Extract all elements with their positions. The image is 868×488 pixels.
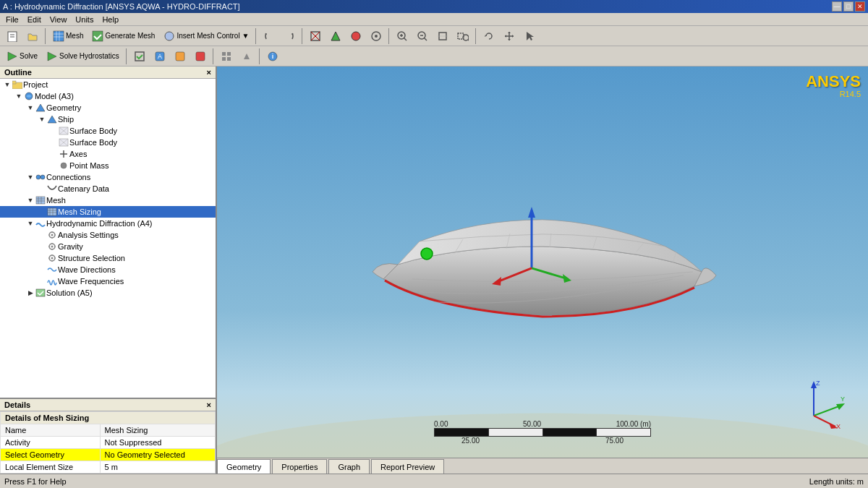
tree-model[interactable]: ▼ Model (A3) [0,90,216,102]
tb-icon-2[interactable] [280,28,299,44]
tree-connections[interactable]: ▼ Connections [0,171,216,183]
tab-properties[interactable]: Properties [272,459,327,474]
svg-point-78 [421,247,433,259]
tb2-icon-4[interactable]: i [263,48,282,64]
expand-mesh[interactable]: ▼ [26,195,35,205]
rotate-button[interactable] [480,28,498,44]
tree-analysissettings[interactable]: Analysis Settings [0,229,216,241]
menu-help[interactable]: Help [98,14,123,25]
details-value-geometry[interactable]: No Geometry Selected [100,449,215,461]
tree-gravity[interactable]: Gravity [0,241,216,252]
tree-surfacebody2[interactable]: Surface Body [0,137,216,148]
expand-ship[interactable]: ▼ [38,114,46,124]
scale-label-mid1: 25.00 [461,437,480,445]
tab-geometry[interactable]: Geometry [217,459,271,474]
tree-catenary[interactable]: Catenary Data [0,183,216,194]
tb2-check-button[interactable] [130,48,149,64]
menu-view[interactable]: View [46,14,72,25]
details-header: Details × [0,399,216,411]
tb-icon-6[interactable] [367,28,386,44]
insert-mesh-control-button[interactable]: Insert Mesh Control ▼ [160,28,252,44]
zoom-out-button[interactable] [413,28,432,44]
tb-icon-3[interactable] [306,28,325,44]
zoom-fit-button[interactable] [433,28,452,44]
expand-hydrodiffraction[interactable]: ▼ [26,218,35,228]
tree-pointmass[interactable]: Point Mass [0,160,216,171]
expand-project[interactable]: ▼ [3,80,12,90]
tree-hydrodiffraction[interactable]: ▼ Hydrodynamic Diffraction (A4) [0,218,216,229]
tb2-icon-1[interactable]: A [150,48,169,64]
connections-icon [35,172,46,182]
details-value-activity: Not Suppressed [100,437,215,449]
tree-surfacebody1-label: Surface Body [69,127,117,135]
expand-solution[interactable]: ▶ [26,288,35,298]
viewport[interactable]: ANSYS R14.5 [217,67,868,474]
tree-project-label: Project [23,80,48,89]
status-help: Press F1 for Help [4,477,67,486]
svg-rect-29 [196,52,205,61]
expand-connections[interactable]: ▼ [26,172,35,182]
tree-meshsizing[interactable]: Mesh Sizing [0,206,216,218]
svg-text:X: X [836,423,841,430]
tree-ship[interactable]: ▼ Ship [0,114,216,125]
mesh-button[interactable]: Mesh [49,28,87,44]
tb2-icon-3[interactable] [191,48,210,64]
outline-title: Outline [4,68,32,77]
tree-geometry[interactable]: ▼ Geometry [0,102,216,114]
tb2-icon-2[interactable] [171,48,190,64]
expand-analysissettings [38,230,46,240]
solve-button[interactable]: Solve [3,48,41,64]
outline-tree[interactable]: ▼ Project ▼ Model (A3) [0,79,216,398]
svg-point-5 [165,32,174,40]
menu-units[interactable]: Units [71,14,98,25]
outline-close[interactable]: × [207,68,211,77]
window-controls[interactable]: — □ ✕ [832,1,865,12]
zoom-box-button[interactable] [454,28,472,44]
new-button[interactable] [3,28,22,44]
tree-mesh[interactable]: ▼ Mesh [0,194,216,206]
tree-solution[interactable]: ▶ Solution (A5) [0,287,216,299]
menu-file[interactable]: File [1,14,23,25]
open-button[interactable] [23,28,42,44]
gravity-icon [46,241,58,252]
details-row-geometry[interactable]: Select Geometry No Geometry Selected [1,449,216,461]
details-close[interactable]: × [207,401,211,409]
generate-mesh-button[interactable]: Generate Mesh [88,28,158,44]
menu-edit[interactable]: Edit [23,14,46,25]
select-mode-button[interactable] [520,28,539,44]
minimize-button[interactable]: — [832,1,842,12]
zoom-in-button[interactable] [393,28,412,44]
tab-graph[interactable]: Graph [328,459,370,474]
svg-rect-25 [135,52,144,61]
tree-surfacebody2-label: Surface Body [69,138,117,147]
outline-header: Outline × [0,67,216,79]
tree-wavefrequencies[interactable]: Wave Frequencies [0,275,216,287]
solve-hydrostatics-button[interactable]: Solve Hydrostatics [43,48,123,64]
tree-structure-label: Structure Selection [58,254,125,262]
tree-surfacebody1[interactable]: Surface Body [0,125,216,137]
pan-button[interactable] [500,28,519,44]
scale-label-left: 0.00 [434,420,448,428]
svg-point-8 [352,32,360,40]
coordinate-axes: Z Y X [796,380,846,430]
main-area: Outline × ▼ Project ▼ [0,67,868,474]
scale-label-right: 100.00 (m) [616,420,651,428]
expand-geometry[interactable]: ▼ [26,103,35,113]
tb-icon-4[interactable] [326,28,345,44]
tb2-view-1[interactable] [217,48,236,64]
tb-icon-5[interactable] [346,28,365,44]
tb-icon-1[interactable] [260,28,278,44]
geometry-icon [35,103,46,113]
tree-wavedirections[interactable]: Wave Directions [0,264,216,275]
close-button[interactable]: ✕ [855,1,865,12]
tree-project[interactable]: ▼ Project [0,79,216,90]
tb2-view-2[interactable] [237,48,256,64]
expand-model[interactable]: ▼ [14,91,23,101]
svg-rect-69 [36,289,45,296]
expand-pointmass [49,160,58,171]
tree-axes[interactable]: Axes [0,148,216,160]
statusbar: Press F1 for Help Length units: m [0,474,868,488]
maximize-button[interactable]: □ [843,1,854,12]
tree-structure[interactable]: Structure Selection [0,252,216,264]
tab-report-preview[interactable]: Report Preview [371,459,444,474]
